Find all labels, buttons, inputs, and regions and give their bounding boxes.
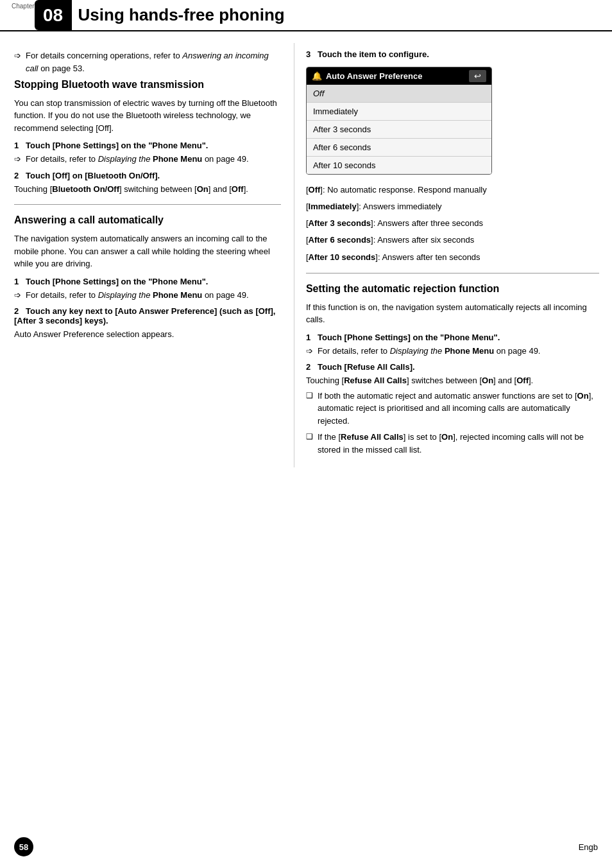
content-area: For details concerning operations, refer… bbox=[0, 43, 612, 467]
aaw-row-immediately[interactable]: Immediately bbox=[307, 103, 491, 121]
step-bt-2-body: Touching [Bluetooth On/Off] switching be… bbox=[14, 183, 281, 196]
section-auto-answer-heading: Answering a call automatically bbox=[14, 214, 281, 227]
chapter-word: Chapter bbox=[12, 3, 35, 10]
section-rejection: Setting the automatic rejection function… bbox=[306, 282, 599, 456]
desc-6sec: [After 6 seconds]: Answers after six sec… bbox=[306, 234, 599, 247]
step-bt-2: 2 Touch [Off] on [Bluetooth On/Off]. Tou… bbox=[14, 171, 281, 196]
language-label: Engb bbox=[579, 842, 598, 852]
step-rej-note2: If the [Refuse All Calls] is set to [On]… bbox=[306, 431, 599, 456]
step-bt-1: 1 Touch [Phone Settings] on the "Phone M… bbox=[14, 141, 281, 166]
chapter-number: 08 bbox=[35, 0, 72, 30]
page-number: 58 bbox=[14, 837, 33, 856]
step-bt-1-note: For details, refer to Displaying the Pho… bbox=[14, 153, 281, 166]
step-aa-1-title: 1 Touch [Phone Settings] on the "Phone M… bbox=[14, 277, 281, 286]
section-rejection-heading: Setting the automatic rejection function bbox=[306, 282, 599, 296]
auto-answer-widget: 🔔 Auto Answer Preference ↩ Off Immediate… bbox=[306, 67, 492, 175]
step-3: 3 Touch the item to configure. 🔔 Auto An… bbox=[306, 49, 599, 264]
chapter-header: Chapter 08 Using hands-free phoning bbox=[0, 0, 612, 31]
section-bluetooth-heading: Stopping Bluetooth wave transmission bbox=[14, 78, 281, 92]
aaw-header-label: Auto Answer Preference bbox=[326, 71, 469, 81]
right-column: 3 Touch the item to configure. 🔔 Auto An… bbox=[294, 43, 612, 467]
step-bt-2-title: 2 Touch [Off] on [Bluetooth On/Off]. bbox=[14, 171, 281, 180]
divider-1 bbox=[14, 204, 281, 205]
divider-2 bbox=[306, 273, 599, 273]
step-aa-1-note: For details, refer to Displaying the Pho… bbox=[14, 289, 281, 302]
step-rej-1-title: 1 Touch [Phone Settings] on the "Phone M… bbox=[306, 333, 599, 342]
chapter-title: Using hands-free phoning bbox=[78, 0, 285, 30]
aaw-back-button[interactable]: ↩ bbox=[469, 70, 486, 82]
aaw-row-3sec[interactable]: After 3 seconds bbox=[307, 121, 491, 139]
desc-10sec: [After 10 seconds]: Answers after ten se… bbox=[306, 251, 599, 264]
aaw-header-icon: 🔔 bbox=[312, 71, 322, 81]
desc-off: [Off]: No automatic response. Respond ma… bbox=[306, 184, 599, 196]
section-bluetooth-body: You can stop transmission of electric wa… bbox=[14, 97, 281, 135]
section-rejection-body: If this function is on, the navigation s… bbox=[306, 301, 599, 326]
section-auto-answer: Answering a call automatically The navig… bbox=[14, 214, 281, 340]
intro-note: For details concerning operations, refer… bbox=[14, 49, 281, 74]
section-auto-answer-body: The navigation system automatically answ… bbox=[14, 232, 281, 270]
aaw-row-10sec[interactable]: After 10 seconds bbox=[307, 157, 491, 174]
step-rej-2: 2 Touch [Refuse All Calls]. Touching [Re… bbox=[306, 362, 599, 456]
page-footer: 58 Engb bbox=[0, 837, 612, 856]
step-rej-1-note: For details, refer to Displaying the Pho… bbox=[306, 345, 599, 358]
step-aa-2: 2 Touch any key next to [Auto Answer Pre… bbox=[14, 306, 281, 341]
desc-3sec: [After 3 seconds]: Answers after three s… bbox=[306, 217, 599, 230]
step-rej-note1: If both the automatic reject and automat… bbox=[306, 390, 599, 428]
step-3-title: 3 Touch the item to configure. bbox=[306, 49, 599, 59]
aaw-header: 🔔 Auto Answer Preference ↩ bbox=[307, 67, 491, 85]
step-rej-2-title: 2 Touch [Refuse All Calls]. bbox=[306, 362, 599, 372]
step-rej-1: 1 Touch [Phone Settings] on the "Phone M… bbox=[306, 333, 599, 358]
step-bt-1-title: 1 Touch [Phone Settings] on the "Phone M… bbox=[14, 141, 281, 150]
step-aa-2-title: 2 Touch any key next to [Auto Answer Pre… bbox=[14, 306, 281, 326]
step-rej-2-body: Touching [Refuse All Calls] switches bet… bbox=[306, 374, 599, 387]
left-column: For details concerning operations, refer… bbox=[0, 43, 294, 467]
section-bluetooth: Stopping Bluetooth wave transmission You… bbox=[14, 78, 281, 195]
chapter-label: Chapter bbox=[0, 0, 35, 30]
step-aa-2-body: Auto Answer Preference selection appears… bbox=[14, 328, 281, 341]
step-aa-1: 1 Touch [Phone Settings] on the "Phone M… bbox=[14, 277, 281, 302]
aaw-row-6sec[interactable]: After 6 seconds bbox=[307, 139, 491, 157]
desc-immediately: [Immediately]: Answers immediately bbox=[306, 200, 599, 213]
aaw-row-off[interactable]: Off bbox=[307, 85, 491, 103]
